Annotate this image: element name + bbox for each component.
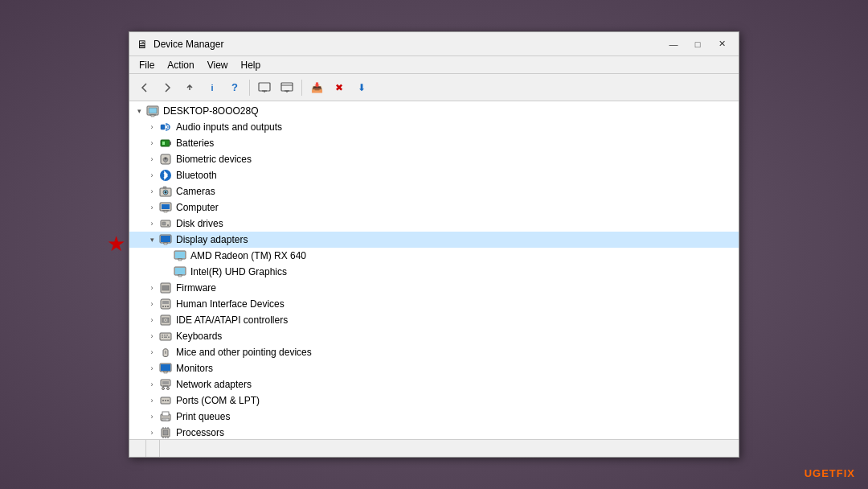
svg-point-76 [165, 400, 166, 401]
hid-icon [158, 297, 173, 311]
computer-label: Computer [176, 202, 219, 213]
svg-rect-57 [166, 335, 168, 336]
close-button[interactable]: ✕ [711, 36, 732, 52]
ports-expand[interactable]: › [145, 394, 158, 407]
svg-rect-38 [175, 268, 185, 274]
disk-expand[interactable]: › [145, 217, 158, 230]
tree-item-disk[interactable]: › Disk drives [129, 216, 739, 232]
tree-item-bluetooth[interactable]: › Bluetooth [129, 167, 739, 183]
uninstall-button[interactable]: ✖ [329, 77, 350, 98]
keyboards-expand[interactable]: › [145, 330, 158, 343]
tree-item-monitors[interactable]: › Monitors [129, 360, 739, 376]
svg-rect-46 [162, 301, 169, 304]
svg-rect-23 [162, 204, 170, 209]
audio-expand[interactable]: › [145, 121, 158, 134]
ports-label: Ports (COM & LPT) [176, 395, 260, 406]
tree-item-cameras[interactable]: › Cameras [129, 183, 739, 199]
tree-item-batteries[interactable]: › Batteries [129, 135, 739, 151]
processors-label: Processors [176, 427, 224, 438]
annotation-star: ★ [107, 232, 125, 257]
scan-button[interactable] [276, 77, 297, 98]
svg-point-75 [162, 400, 164, 401]
batteries-label: Batteries [176, 138, 214, 149]
mice-expand[interactable]: › [145, 346, 158, 359]
bluetooth-expand[interactable]: › [145, 169, 158, 182]
svg-rect-36 [178, 259, 182, 261]
print-expand[interactable]: › [145, 410, 158, 423]
monitors-expand[interactable]: › [145, 362, 158, 375]
tree-item-computer[interactable]: › Computer [129, 199, 739, 216]
firmware-icon [158, 281, 173, 295]
back-button[interactable] [134, 77, 155, 98]
tree-item-amd[interactable]: AMD Radeon (TM) RX 640 [129, 248, 739, 264]
svg-point-53 [165, 319, 166, 321]
svg-rect-68 [162, 381, 169, 384]
root-item[interactable]: ▾ DESKTOP-8OOO28Q [129, 103, 739, 119]
menu-action[interactable]: Action [161, 58, 200, 72]
intel-icon [173, 265, 187, 279]
tree-item-ide[interactable]: › IDE ATA/ATAPI controllers [129, 312, 739, 328]
monitors-icon [158, 361, 173, 376]
computer-button[interactable] [254, 77, 275, 98]
menu-view[interactable]: View [201, 58, 235, 72]
forward-button[interactable] [157, 77, 178, 98]
device-manager-window: ★ 🖥 Device Manager — □ ✕ File Action Vie… [129, 31, 739, 458]
help-button[interactable]: ? [224, 77, 245, 98]
content-area: ▾ DESKTOP-8OOO28Q › [129, 101, 739, 439]
svg-rect-60 [168, 337, 170, 339]
root-expand[interactable]: ▾ [133, 105, 145, 117]
amd-icon [173, 249, 187, 263]
add-hardware-button[interactable]: 📥 [306, 77, 327, 98]
tree-item-intel[interactable]: Intel(R) UHD Graphics [129, 264, 739, 280]
tree-item-ports[interactable]: › Ports (COM & LPT) [129, 392, 739, 409]
update-driver-button[interactable]: ⬇ [351, 77, 372, 98]
svg-rect-27 [162, 222, 166, 225]
svg-rect-55 [162, 335, 163, 336]
svg-point-20 [165, 191, 167, 194]
network-label: Network adapters [176, 379, 252, 390]
tree-item-processors[interactable]: › Processors [129, 425, 739, 439]
tree-item-hid[interactable]: › Human Interface Devices [129, 296, 739, 312]
tree-item-mice[interactable]: › Mice and other pointing devices [129, 344, 739, 360]
svg-point-69 [162, 388, 165, 390]
batteries-expand[interactable]: › [145, 137, 158, 150]
tree-item-audio[interactable]: › Audio inputs and outputs [129, 119, 739, 135]
firmware-expand[interactable]: › [145, 281, 158, 294]
keyboards-label: Keyboards [176, 331, 222, 342]
audio-label: Audio inputs and outputs [176, 121, 282, 133]
svg-rect-58 [162, 337, 163, 339]
maximize-button[interactable]: □ [687, 36, 708, 52]
tree-item-network[interactable]: › Network adapters [129, 376, 739, 392]
device-tree[interactable]: ▾ DESKTOP-8OOO28Q › [129, 101, 739, 439]
svg-rect-8 [149, 108, 157, 113]
svg-rect-30 [161, 236, 170, 242]
computer-expand[interactable]: › [145, 201, 158, 214]
window-controls: — □ ✕ [663, 36, 732, 52]
processors-expand[interactable]: › [145, 426, 158, 439]
tree-item-biometric[interactable]: › Biometric devices [129, 151, 739, 167]
ide-expand[interactable]: › [145, 314, 158, 327]
display-expand[interactable]: ▾ [145, 233, 158, 246]
tree-item-display[interactable]: ▾ Display adapters [129, 232, 739, 248]
network-expand[interactable]: › [145, 378, 158, 391]
keyboards-icon [158, 329, 173, 343]
up-button[interactable] [179, 77, 200, 98]
minimize-button[interactable]: — [663, 36, 684, 52]
svg-rect-79 [162, 412, 169, 416]
window-title: Device Manager [154, 39, 223, 50]
menu-help[interactable]: Help [235, 58, 268, 72]
svg-rect-66 [164, 372, 167, 373]
hid-expand[interactable]: › [145, 298, 158, 310]
properties-button[interactable]: i [202, 77, 223, 98]
tree-item-keyboards[interactable]: › Keyboards [129, 328, 739, 344]
svg-point-49 [167, 306, 169, 307]
tree-item-firmware[interactable]: › Firmware [129, 280, 739, 296]
biometric-expand[interactable]: › [145, 153, 158, 166]
svg-rect-84 [163, 430, 168, 435]
mice-icon [158, 345, 173, 360]
svg-rect-64 [161, 364, 170, 371]
tree-item-print[interactable]: › Print queues [129, 409, 739, 425]
cameras-expand[interactable]: › [145, 185, 158, 198]
menu-file[interactable]: File [133, 58, 161, 72]
monitors-label: Monitors [176, 363, 213, 374]
